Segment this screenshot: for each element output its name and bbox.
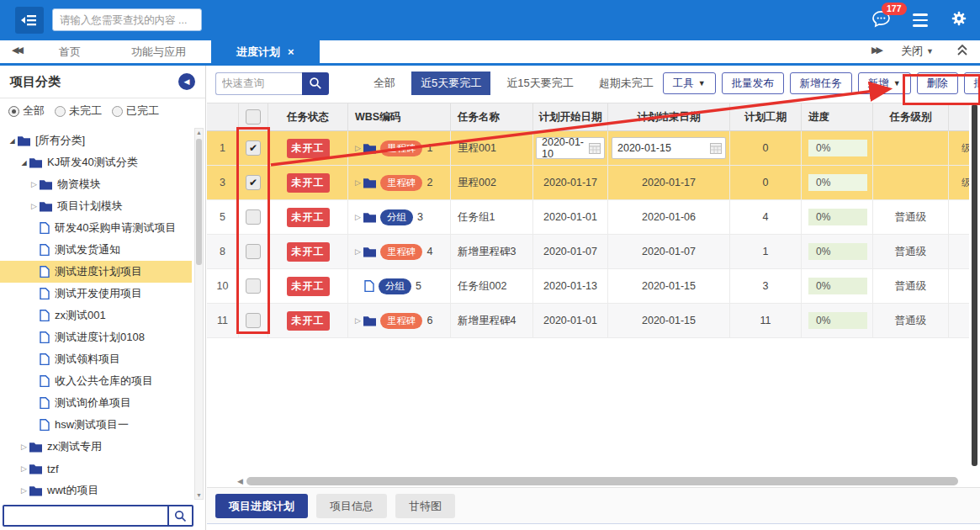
radio-unfinished[interactable]: 未完工 (55, 103, 102, 119)
radio-finished[interactable]: 已完工 (112, 103, 159, 119)
end-date-cell: 2020-01-17 (608, 166, 730, 200)
expand-icon[interactable]: ▷ (19, 486, 29, 495)
scroll-left-icon[interactable]: ◀ (237, 477, 243, 485)
tree-item-selected[interactable]: 测试进度计划项目 (0, 261, 192, 283)
tree-search-button[interactable] (167, 506, 192, 525)
row-checkbox[interactable] (246, 209, 261, 225)
expand-icon[interactable]: ▷ (355, 213, 361, 221)
tree-item[interactable]: 测试发货通知 (0, 239, 192, 261)
file-icon (40, 353, 50, 365)
settings-gear-icon[interactable] (950, 9, 968, 31)
tabs-scroll-left-icon[interactable]: ◀◀ (12, 45, 21, 56)
tree-item[interactable]: 测试进度计划0108 (0, 326, 192, 348)
tree-item[interactable]: 收入公共仓库的项目 (0, 370, 192, 392)
row-checkbox[interactable] (246, 313, 261, 328)
global-search-input[interactable] (52, 8, 202, 31)
add-button[interactable]: 新增▼ (858, 72, 911, 94)
select-all-checkbox[interactable] (246, 109, 261, 125)
expand-icon[interactable]: ▷ (355, 316, 361, 325)
tree-item[interactable]: ▷物资模块 (0, 173, 192, 195)
tree-item[interactable]: 研发40采购申请测试项目 (0, 217, 192, 239)
tree-item[interactable]: ▷zx测试专用 (0, 436, 192, 458)
row-checkbox[interactable]: ✔ (246, 140, 261, 156)
tree-item[interactable]: 测试开发使用项目 (0, 283, 192, 305)
tab-apps[interactable]: 功能与应用 (106, 40, 211, 63)
scrollbar-thumb[interactable] (246, 477, 958, 485)
delete-button[interactable]: 删除 (917, 72, 958, 94)
row-checkbox[interactable]: ✔ (246, 175, 261, 190)
status-badge: 未开工 (287, 208, 330, 227)
folder-icon (363, 212, 376, 223)
tree-item[interactable]: ▷wwt的项目 (0, 480, 192, 501)
quick-search-input[interactable] (215, 72, 302, 95)
end-date-input[interactable]: 2020-01-15 (612, 137, 726, 159)
tree-item[interactable]: ◢KJ研发40测试分类 (0, 151, 192, 173)
tree-scrollbar[interactable]: ▲ ▼ (194, 128, 204, 500)
row-checkbox[interactable] (246, 244, 261, 259)
group-badge: 分组 (380, 209, 413, 225)
filter-all[interactable]: 全部 (364, 72, 405, 95)
quick-search-button[interactable] (302, 72, 329, 95)
expand-icon[interactable]: ◢ (7, 137, 18, 145)
sidebar-collapse-icon[interactable]: ◀ (178, 73, 195, 90)
tree-search-input[interactable] (4, 506, 167, 525)
filter-due-5-days[interactable]: 近5天要完工 (411, 72, 490, 95)
tree-item[interactable]: hsw测试项目一 (0, 414, 192, 436)
tabs-scroll-right-icon[interactable]: ▶▶ (871, 45, 881, 56)
tree-item[interactable]: ◢[所有分类] (0, 130, 192, 151)
table-row: 11 未开工 ▷里程碑6 新增里程碑4 2020-01-01 2020-01-1… (207, 304, 969, 338)
expand-icon[interactable]: ▷ (355, 247, 361, 256)
filter-overdue[interactable]: 超期未完工 (590, 72, 663, 95)
tree-item[interactable]: 测试领料项目 (0, 348, 192, 370)
tree-item[interactable]: zx测试001 (0, 305, 192, 326)
milestone-badge: 里程碑 (380, 140, 423, 156)
table-vertical-scrollbar[interactable] (972, 104, 977, 466)
tab-close-icon[interactable]: × (288, 45, 294, 58)
tree-item[interactable]: 测试询价单项目 (0, 392, 192, 414)
tools-button[interactable]: 工具▼ (663, 72, 716, 94)
level-cell: 普通级 (873, 235, 949, 269)
bottom-tab-progress-plan[interactable]: 项目进度计划 (215, 494, 308, 518)
collapse-up-icon[interactable] (956, 43, 968, 60)
batch-publish-button[interactable]: 批量发布 (722, 72, 784, 94)
messages-button[interactable]: 177 (871, 10, 891, 31)
row-checkbox[interactable] (246, 278, 261, 294)
expand-icon[interactable]: ▷ (355, 144, 361, 152)
scroll-down-icon[interactable]: ▼ (195, 492, 203, 498)
task-name: 新增里程碑3 (451, 235, 533, 269)
expand-icon[interactable]: ▷ (19, 464, 29, 473)
scroll-up-icon[interactable]: ▲ (195, 130, 203, 135)
radio-all[interactable]: 全部 (8, 103, 45, 119)
sidebar-toggle-icon[interactable] (15, 7, 44, 34)
progress-bar: 0% (808, 312, 867, 329)
task-name: 里程002 (451, 166, 533, 200)
batch-save-button[interactable]: 批量保存 (964, 72, 980, 94)
expand-icon[interactable]: ▷ (29, 202, 40, 210)
tab-home[interactable]: 首页 (34, 40, 106, 63)
table-horizontal-scrollbar[interactable]: ◀ (237, 476, 967, 486)
start-date-input[interactable]: 2020-01-10 (536, 137, 605, 159)
bottom-tab-gantt[interactable]: 甘特图 (395, 494, 455, 518)
scrollbar-thumb[interactable] (196, 139, 202, 265)
tab-progress-plan[interactable]: 进度计划 × (211, 40, 320, 63)
filter-due-15-days[interactable]: 近15天要完工 (497, 72, 582, 95)
expand-icon[interactable]: ▷ (19, 443, 29, 451)
close-dropdown[interactable]: 关闭▼ (901, 44, 934, 59)
search-icon (309, 77, 322, 90)
expand-icon[interactable]: ▷ (355, 178, 361, 187)
expand-icon[interactable]: ◢ (19, 159, 29, 167)
notification-badge: 177 (882, 3, 907, 15)
tree-item[interactable]: ▷tzf (0, 458, 192, 480)
milestone-badge: 里程碑 (380, 175, 423, 191)
file-icon (40, 244, 50, 256)
menu-icon[interactable] (913, 13, 928, 27)
add-task-button[interactable]: 新增任务 (790, 72, 852, 94)
bottom-tab-project-info[interactable]: 项目信息 (316, 494, 387, 518)
milestone-badge: 里程碑 (380, 244, 423, 260)
header-progress: 进度 (802, 103, 873, 131)
tree-item[interactable]: ▷项目计划模块 (0, 195, 192, 217)
expand-icon[interactable]: ▷ (29, 180, 40, 188)
duration-cell: 0 (730, 131, 802, 166)
sidebar-project-categories: 项目分类 ◀ 全部 未完工 已完工 ◢[所有分类] ◢KJ研发40测试分类 ▷物… (0, 66, 206, 530)
progress-bar: 0% (808, 278, 867, 294)
